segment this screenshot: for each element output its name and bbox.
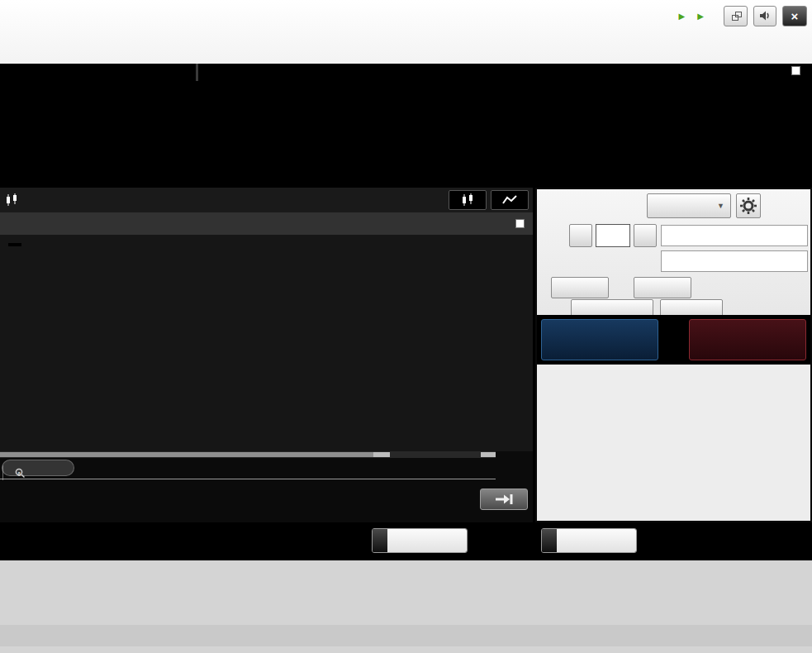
scrollbar-thumb[interactable] <box>0 452 373 457</box>
triangle-icon: ▶ <box>697 12 704 21</box>
logo-fx <box>10 0 13 34</box>
candlestick-icon <box>460 193 475 207</box>
fifo-toggle-button[interactable] <box>634 277 691 298</box>
chart-section: ‹ › <box>0 188 533 522</box>
logo-dmm <box>7 0 10 34</box>
chart-x-axis: ‹ › <box>0 458 496 479</box>
pair-pnl-display <box>372 528 468 553</box>
order-settings-button[interactable] <box>736 193 761 218</box>
candlestick-icon <box>4 193 19 207</box>
buy-ask-button[interactable] <box>689 319 806 360</box>
dmm-fx-logo <box>8 2 12 33</box>
order-form: ▼ <box>537 189 810 315</box>
app-header: ▶ ▶ × <box>0 0 812 64</box>
speaker-icon <box>758 9 772 22</box>
user-info: ▶ ▶ <box>679 12 712 21</box>
order-price-strip <box>537 315 810 365</box>
pair-pnl-label <box>373 529 387 552</box>
pair-pnl-value <box>387 529 467 552</box>
bottom-tab-bar <box>0 522 812 560</box>
chart-canvas[interactable] <box>0 235 533 451</box>
chart-toolbar <box>0 188 533 212</box>
line-chart-icon <box>501 194 518 206</box>
chart-type-line-button[interactable] <box>491 190 529 210</box>
quantity-increase-button[interactable] <box>634 224 657 247</box>
gear-icon <box>739 197 757 215</box>
chart-type-candle-button[interactable] <box>449 190 487 210</box>
dmm-fx-app: ▶ ▶ × <box>0 0 812 653</box>
positions-panel <box>0 560 812 653</box>
y-axis-lock-checkbox[interactable] <box>515 219 525 228</box>
chevron-down-icon: ▼ <box>717 202 724 210</box>
slippage-toggle-button[interactable] <box>551 277 609 298</box>
chart-scrollbar[interactable] <box>0 451 496 458</box>
empty-data-message <box>0 625 812 646</box>
sell-bid-button[interactable] <box>541 319 658 360</box>
daily-pnl-label <box>542 529 557 552</box>
chart-symbol-badge <box>8 243 21 246</box>
news-ticker <box>0 64 812 81</box>
economic-indicator-notice <box>0 64 196 81</box>
chart-nav-controls: ‹ › <box>2 460 74 476</box>
order-type-select[interactable]: ▼ <box>647 193 731 218</box>
daily-pnl-value <box>557 529 636 552</box>
homepage-button[interactable] <box>724 6 748 26</box>
sound-button[interactable] <box>753 6 776 26</box>
required-margin-hint <box>661 250 808 272</box>
currency-pair-strip <box>0 81 812 188</box>
ohlc-info-row <box>0 212 533 235</box>
daily-pnl-display <box>541 528 637 553</box>
close-icon: × <box>791 9 799 23</box>
arrow-to-end-icon <box>494 493 514 505</box>
close-button[interactable]: × <box>782 6 807 26</box>
triangle-icon: ▶ <box>679 12 686 21</box>
y-axis-lock-toggle[interactable] <box>515 219 528 228</box>
order-panel: ▼ <box>535 188 812 522</box>
position-summary <box>537 427 810 520</box>
rate-info-toggle[interactable] <box>791 66 804 75</box>
quantity-field[interactable] <box>596 224 630 247</box>
external-window-icon <box>732 12 742 21</box>
scroll-right-button[interactable]: › <box>2 465 36 480</box>
new-order-spread <box>659 322 692 325</box>
jump-to-latest-button[interactable] <box>480 489 528 510</box>
tradable-lots-hint <box>661 225 808 246</box>
bulk-close-row <box>537 365 810 427</box>
news-headline <box>198 64 812 81</box>
quantity-decrease-button[interactable] <box>569 224 592 247</box>
rate-info-checkbox[interactable] <box>791 66 800 75</box>
